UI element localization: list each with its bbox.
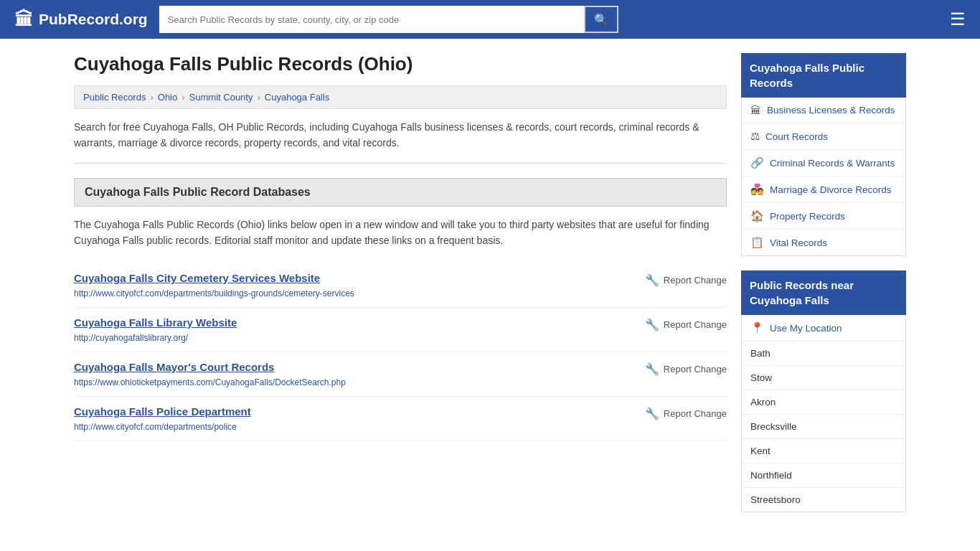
- record-title-1[interactable]: Cuyahoga Falls Library Website: [74, 316, 237, 329]
- sidebar-item-use-location[interactable]: 📍 Use My Location: [742, 315, 905, 342]
- record-url-1[interactable]: http://cuyahogafallslibrary.org/: [74, 333, 188, 343]
- sidebar-item-label: Northfield: [750, 470, 792, 481]
- report-change-button-0[interactable]: 🔧 Report Change: [645, 272, 727, 287]
- table-row: Cuyahoga Falls Library Website http://cu…: [74, 308, 727, 352]
- sidebar-item-label: Criminal Records & Warrants: [770, 158, 895, 169]
- sidebar-item-label: Stow: [750, 372, 772, 383]
- sidebar-item-business[interactable]: 🏛 Business Licenses & Records: [742, 98, 905, 123]
- breadcrumb-sep-2: ›: [182, 92, 184, 103]
- sidebar-item-label: Marriage & Divorce Records: [770, 184, 892, 195]
- sidebar-records-list: 🏛 Business Licenses & Records ⚖ Court Re…: [741, 98, 906, 256]
- sidebar-section-1: Cuyahoga Falls Public Records 🏛 Business…: [741, 53, 906, 256]
- report-icon-0: 🔧: [645, 273, 659, 287]
- breadcrumb-sep-1: ›: [150, 92, 153, 103]
- sidebar-item-label: Vital Records: [770, 237, 827, 248]
- breadcrumb: Public Records › Ohio › Summit County › …: [74, 85, 727, 109]
- table-row: Cuyahoga Falls City Cemetery Services We…: [74, 263, 727, 308]
- business-icon: 🏛: [750, 104, 761, 116]
- table-row: Cuyahoga Falls Police Department http://…: [74, 397, 727, 441]
- record-title-0[interactable]: Cuyahoga Falls City Cemetery Services We…: [74, 272, 354, 284]
- record-url-3[interactable]: http://www.cityofcf.com/departments/poli…: [74, 422, 237, 432]
- sidebar-item-streetsboro[interactable]: Streetsboro: [742, 488, 905, 512]
- sidebar-title-1: Cuyahoga Falls Public Records: [741, 53, 906, 98]
- report-icon-3: 🔧: [645, 407, 659, 420]
- marriage-icon: 💑: [750, 183, 764, 196]
- record-title-2[interactable]: Cuyahoga Falls Mayor's Court Records: [74, 361, 346, 373]
- report-icon-2: 🔧: [645, 362, 659, 376]
- sidebar-item-northfield[interactable]: Northfield: [742, 463, 905, 488]
- hamburger-icon: ☰: [950, 9, 966, 29]
- menu-button[interactable]: ☰: [950, 9, 966, 29]
- sidebar-item-label: Akron: [750, 397, 776, 408]
- logo-text: PubRecord.org: [39, 11, 148, 28]
- sidebar-item-label: Business Licenses & Records: [767, 105, 895, 116]
- sidebar: Cuyahoga Falls Public Records 🏛 Business…: [741, 53, 906, 527]
- breadcrumb-public-records[interactable]: Public Records: [83, 92, 146, 103]
- breadcrumb-sep-3: ›: [257, 92, 260, 103]
- search-icon: 🔍: [594, 14, 608, 26]
- sidebar-nearby-list: 📍 Use My Location Bath Stow Akr: [741, 315, 906, 512]
- sidebar-item-label: Streetsboro: [750, 494, 801, 505]
- sidebar-item-kent[interactable]: Kent: [742, 439, 905, 463]
- page-description: Search for free Cuyahoga Falls, OH Publi…: [74, 119, 727, 164]
- sidebar-item-marriage[interactable]: 💑 Marriage & Divorce Records: [742, 176, 905, 203]
- sidebar-item-brecksville[interactable]: Brecksville: [742, 415, 905, 439]
- report-change-button-3[interactable]: 🔧 Report Change: [645, 405, 727, 420]
- property-icon: 🏠: [750, 209, 764, 222]
- breadcrumb-cuyahoga-falls[interactable]: Cuyahoga Falls: [265, 92, 329, 103]
- sidebar-item-label: Use My Location: [770, 323, 842, 334]
- vital-icon: 📋: [750, 236, 764, 249]
- criminal-icon: 🔗: [750, 156, 764, 169]
- sidebar-item-akron[interactable]: Akron: [742, 390, 905, 415]
- record-url-0[interactable]: http://www.cityofcf.com/departments/buil…: [74, 288, 354, 298]
- search-input[interactable]: [159, 6, 584, 33]
- report-icon-1: 🔧: [645, 318, 659, 331]
- table-row: Cuyahoga Falls Mayor's Court Records htt…: [74, 352, 727, 397]
- sidebar-item-label: Court Records: [765, 131, 828, 142]
- record-url-2[interactable]: https://www.ohioticketpayments.com/Cuyah…: [74, 377, 346, 387]
- building-icon: 🏛: [14, 9, 33, 31]
- sidebar-item-court[interactable]: ⚖ Court Records: [742, 123, 905, 150]
- court-icon: ⚖: [750, 130, 760, 143]
- sidebar-item-label: Bath: [750, 348, 771, 359]
- sidebar-item-vital[interactable]: 📋 Vital Records: [742, 230, 905, 255]
- sidebar-item-criminal[interactable]: 🔗 Criminal Records & Warrants: [742, 150, 905, 176]
- report-change-button-1[interactable]: 🔧 Report Change: [645, 316, 727, 331]
- sidebar-item-label: Property Records: [770, 211, 845, 222]
- section-header: Cuyahoga Falls Public Record Databases: [74, 178, 727, 207]
- sidebar-title-2: Public Records near Cuyahoga Falls: [741, 270, 906, 315]
- sidebar-item-stow[interactable]: Stow: [742, 366, 905, 390]
- sidebar-item-property[interactable]: 🏠 Property Records: [742, 203, 905, 230]
- sidebar-item-label: Kent: [750, 446, 771, 456]
- report-change-button-2[interactable]: 🔧 Report Change: [645, 361, 727, 376]
- page-title: Cuyahoga Falls Public Records (Ohio): [74, 53, 727, 75]
- breadcrumb-ohio[interactable]: Ohio: [158, 92, 177, 103]
- location-icon: 📍: [750, 321, 764, 334]
- sub-description: The Cuyahoga Falls Public Records (Ohio)…: [74, 217, 727, 249]
- record-title-3[interactable]: Cuyahoga Falls Police Department: [74, 405, 251, 418]
- sidebar-item-bath[interactable]: Bath: [742, 342, 905, 366]
- sidebar-section-2: Public Records near Cuyahoga Falls 📍 Use…: [741, 270, 906, 512]
- search-button[interactable]: 🔍: [584, 6, 618, 33]
- site-logo[interactable]: 🏛 PubRecord.org: [14, 9, 148, 31]
- breadcrumb-summit-county[interactable]: Summit County: [189, 92, 253, 103]
- records-list: Cuyahoga Falls City Cemetery Services We…: [74, 263, 727, 441]
- sidebar-item-label: Brecksville: [750, 421, 797, 432]
